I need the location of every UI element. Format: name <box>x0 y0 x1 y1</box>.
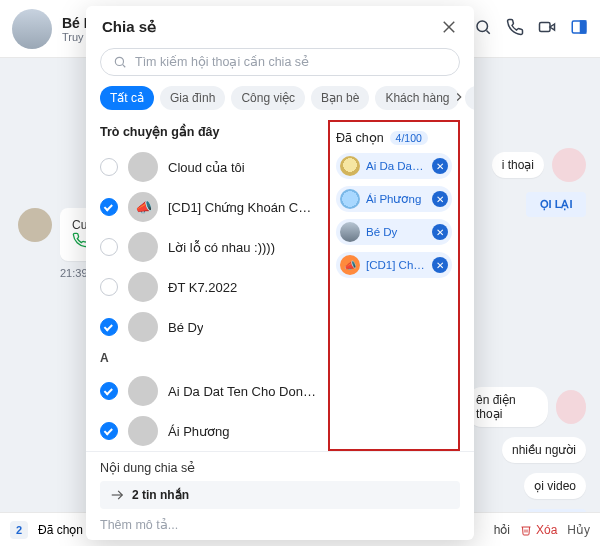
side-avatar <box>552 148 586 182</box>
svg-point-8 <box>115 57 123 65</box>
selection-count-badge: 2 <box>10 521 28 539</box>
chip-avatar-icon <box>340 255 360 275</box>
svg-line-9 <box>123 65 126 68</box>
selection-label: Đã chọn <box>38 523 83 537</box>
conversation-row[interactable]: Ai Da Dat Ten Cho Dong Song ... <box>100 371 318 411</box>
checkbox[interactable] <box>100 382 118 400</box>
conversation-row[interactable]: Bé Dy <box>100 307 318 347</box>
avatar-group-icon <box>128 232 158 262</box>
ask-button[interactable]: hỏi <box>494 523 510 537</box>
selected-chip: [CD1] Chứn... ✕ <box>336 252 452 278</box>
recent-section-title: Trò chuyện gần đây <box>100 124 318 139</box>
svg-rect-2 <box>540 22 551 31</box>
selected-count: 4/100 <box>390 131 428 145</box>
tab-family[interactable]: Gia đình <box>160 86 225 110</box>
chip-remove-button[interactable]: ✕ <box>432 191 448 207</box>
chip-label: [CD1] Chứn... <box>366 258 426 272</box>
chip-avatar-icon <box>340 222 360 242</box>
selected-chip: Ái Phương ✕ <box>336 186 452 212</box>
checkbox[interactable] <box>100 238 118 256</box>
search-icon <box>113 55 127 69</box>
close-button[interactable] <box>440 18 458 36</box>
checkbox[interactable] <box>100 318 118 336</box>
side-chip: ên điện thoại <box>466 387 548 427</box>
chip-remove-button[interactable]: ✕ <box>432 158 448 174</box>
selected-chip: Bé Dy ✕ <box>336 219 452 245</box>
cancel-button[interactable]: Hủy <box>567 523 590 537</box>
search-field[interactable] <box>100 48 460 76</box>
delete-button[interactable]: Xóa <box>520 523 557 537</box>
selected-label: Đã chọn <box>336 130 384 145</box>
chip-remove-button[interactable]: ✕ <box>432 224 448 240</box>
tab-colleagues[interactable]: Đồng nghiệ... <box>465 86 474 110</box>
avatar-icon <box>128 416 158 446</box>
phone-icon[interactable] <box>506 18 524 40</box>
checkbox[interactable] <box>100 158 118 176</box>
chip-remove-button[interactable]: ✕ <box>432 257 448 273</box>
svg-point-0 <box>477 21 488 32</box>
chip-label: Ái Phương <box>366 192 426 206</box>
conversation-row[interactable]: [CD1] Chứng Khoán Cùng NMT <box>100 187 318 227</box>
avatar-icon <box>128 312 158 342</box>
description-input-placeholder[interactable]: Thêm mô tả... <box>100 517 460 532</box>
conversation-row[interactable]: Ái Phương <box>100 411 318 451</box>
chat-avatar <box>12 9 52 49</box>
search-input[interactable] <box>135 55 447 69</box>
alpha-header: A <box>100 351 318 365</box>
conversation-row[interactable]: Lời lỗ có nhau :)))) <box>100 227 318 267</box>
checkbox[interactable] <box>100 278 118 296</box>
modal-title: Chia sẻ <box>102 18 156 36</box>
conversation-name: Lời lỗ có nhau :)))) <box>168 240 275 255</box>
close-icon <box>440 18 458 36</box>
message-avatar <box>18 208 52 242</box>
forward-icon <box>110 488 124 502</box>
conversation-name: Ai Da Dat Ten Cho Dong Song ... <box>168 384 318 399</box>
avatar-megaphone-icon <box>128 192 158 222</box>
callback-button[interactable]: ỌI LẠI <box>526 192 586 217</box>
conversation-name: Bé Dy <box>168 320 203 335</box>
conversation-name: ĐT K7.2022 <box>168 280 237 295</box>
tab-customers[interactable]: Khách hàng <box>375 86 459 110</box>
side-chip: ọi video <box>524 473 586 499</box>
tab-friends[interactable]: Bạn bè <box>311 86 369 110</box>
conversation-row[interactable]: Cloud của tôi <box>100 147 318 187</box>
conversation-name: Ái Phương <box>168 424 230 439</box>
content-label: Nội dung chia sẻ <box>100 460 460 475</box>
tab-all[interactable]: Tất cả <box>100 86 154 110</box>
attachment-text: 2 tin nhắn <box>132 488 189 502</box>
avatar-icon <box>128 272 158 302</box>
side-chip: nhiều người <box>502 437 586 463</box>
chevron-right-icon <box>452 90 466 104</box>
selected-panel: Đã chọn 4/100 Ai Da Dat T... ✕ Ái Phương… <box>328 120 460 451</box>
svg-rect-5 <box>581 21 586 33</box>
checkbox[interactable] <box>100 198 118 216</box>
chip-avatar-icon <box>340 189 360 209</box>
tabs-scroll-right[interactable] <box>452 90 466 108</box>
conversation-name: Cloud của tôi <box>168 160 245 175</box>
tab-work[interactable]: Công việc <box>231 86 305 110</box>
checkbox[interactable] <box>100 422 118 440</box>
svg-line-1 <box>486 30 489 33</box>
attachment-chip[interactable]: 2 tin nhắn <box>100 481 460 509</box>
chip-avatar-icon <box>340 156 360 176</box>
chip-label: Bé Dy <box>366 226 426 238</box>
panel-toggle-icon[interactable] <box>570 18 588 40</box>
filter-tabs: Tất cả Gia đình Công việc Bạn bè Khách h… <box>86 86 474 120</box>
side-chip: i thoại <box>492 152 544 178</box>
share-modal: Chia sẻ Tất cả Gia đình Công việc Bạn bè… <box>86 6 474 540</box>
trash-icon <box>520 524 532 536</box>
side-avatar <box>556 390 586 424</box>
conversation-name: [CD1] Chứng Khoán Cùng NMT <box>168 200 318 215</box>
avatar-cloud-icon <box>128 152 158 182</box>
avatar-icon <box>128 376 158 406</box>
conversation-row[interactable]: ĐT K7.2022 <box>100 267 318 307</box>
chip-label: Ai Da Dat T... <box>366 160 426 172</box>
search-icon[interactable] <box>474 18 492 40</box>
selected-chip: Ai Da Dat T... ✕ <box>336 153 452 179</box>
video-icon[interactable] <box>538 18 556 40</box>
